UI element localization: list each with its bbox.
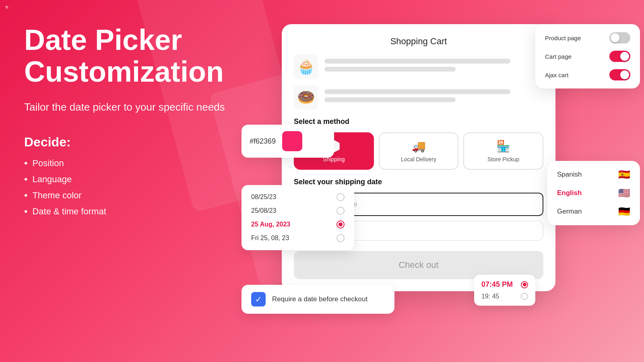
color-picker-card: #f62369 [242, 125, 334, 158]
cart-page-toggle[interactable] [609, 51, 630, 62]
item-line [324, 89, 510, 94]
cart-item-2: 🍩 [294, 85, 543, 109]
time-options-card: 07:45 PM 19: 45 [474, 275, 535, 306]
checkbox[interactable]: ✓ [251, 292, 266, 306]
decide-item-date-format: Date & time format [24, 206, 233, 217]
method-btn-local-delivery[interactable]: 🚚 Local Delivery [379, 132, 459, 170]
time-radio-2[interactable] [521, 293, 528, 300]
toggle-row-ajax-cart: Ajax cart [545, 69, 630, 80]
date-format-card: 08/25/23 25/08/23 25 Aug, 2023 Fri 25, 0… [242, 185, 354, 250]
german-flag: 🇩🇪 [618, 206, 630, 217]
toggle-row-product-page: Product page [545, 32, 630, 43]
cart-item-lines-1 [324, 59, 543, 75]
toggle-knob [620, 70, 629, 79]
subtitle: Tailor the date picker to your specific … [24, 100, 233, 114]
method-section-title: Select a method [294, 117, 543, 126]
item-line [324, 59, 510, 64]
format-row-2[interactable]: 25/08/23 [251, 207, 345, 215]
format-row-3[interactable]: 25 Aug, 2023 [251, 220, 345, 228]
logo: ▼ [4, 4, 10, 10]
decide-item-position: Position [24, 158, 233, 169]
decide-item-theme-color: Theme color [24, 190, 233, 201]
cart-item-img-1: 🧁 [294, 55, 318, 79]
format-label-1: 08/25/23 [251, 193, 276, 201]
cart-item-lines-2 [324, 89, 543, 105]
right-panel: Shopping Cart 🧁 🍩 Select a method [242, 16, 644, 362]
toggle-row-cart-page: Cart page [545, 51, 630, 62]
radio-3[interactable] [336, 220, 345, 228]
ajax-cart-toggle[interactable] [609, 69, 630, 80]
decide-list: Position Language Theme color Date & tim… [24, 158, 233, 217]
color-swatch[interactable] [282, 131, 302, 151]
lang-row-english[interactable]: English 🇺🇸 [557, 187, 630, 199]
checkbox-card[interactable]: ✓ Require a date before checkout [242, 285, 394, 314]
format-row-4[interactable]: Fri 25, 08, 23 [251, 234, 345, 242]
time-radio-inner [523, 283, 526, 286]
english-flag: 🇺🇸 [618, 187, 630, 199]
color-hex-value[interactable]: #f62369 [250, 137, 276, 146]
item-line [324, 97, 456, 102]
format-label-4: Fri 25, 08, 23 [251, 234, 289, 242]
checkbox-label: Require a date before checkout [272, 295, 367, 303]
radio-1[interactable] [336, 193, 345, 201]
lang-row-german[interactable]: German 🇩🇪 [557, 206, 630, 217]
time-primary: 07:45 PM [481, 280, 513, 289]
time-opt-row-2[interactable]: 19: 45 [481, 293, 528, 300]
cart-title: Shopping Cart [294, 36, 543, 47]
decide-heading: Decide: [24, 135, 233, 150]
time-radio-1[interactable] [521, 281, 528, 288]
shopping-cart-card: Shopping Cart 🧁 🍩 Select a method [282, 24, 555, 291]
spanish-flag: 🇪🇸 [618, 169, 630, 180]
english-label: English [557, 189, 582, 197]
language-card: Spanish 🇪🇸 English 🇺🇸 German 🇩🇪 [547, 161, 640, 225]
item-line [324, 67, 456, 72]
cart-item-img-2: 🍩 [294, 85, 318, 109]
toggle-knob [620, 52, 629, 61]
radio-4[interactable] [336, 234, 345, 242]
toggle-panel: Product page Cart page Ajax cart [535, 24, 640, 88]
toggle-knob [611, 33, 619, 42]
spanish-label: Spanish [557, 171, 582, 179]
delivery-icon: 🚚 [412, 140, 426, 153]
main-title: Date Picker Customization [24, 24, 233, 88]
ajax-cart-label: Ajax cart [545, 72, 568, 78]
product-page-label: Product page [545, 35, 581, 41]
left-panel: Date Picker Customization Tailor the dat… [24, 24, 233, 222]
format-label-3: 25 Aug, 2023 [251, 221, 290, 228]
format-label-2: 25/08/23 [251, 207, 276, 214]
radio-2[interactable] [336, 207, 345, 215]
cart-item-1: 🧁 [294, 55, 543, 79]
time-secondary: 19: 45 [481, 293, 499, 300]
time-opt-row-1[interactable]: 07:45 PM [481, 280, 528, 289]
lang-row-spanish[interactable]: Spanish 🇪🇸 [557, 169, 630, 180]
radio-inner [339, 222, 343, 226]
store-icon: 🏪 [496, 140, 510, 153]
format-row-1[interactable]: 08/25/23 [251, 193, 345, 201]
cart-items: 🧁 🍩 [294, 55, 543, 109]
german-label: German [557, 208, 582, 216]
cart-page-label: Cart page [545, 53, 572, 60]
product-page-toggle[interactable] [609, 32, 630, 43]
decide-item-language: Language [24, 174, 233, 185]
method-btn-store-pickup[interactable]: 🏪 Store Pickup [463, 132, 543, 170]
